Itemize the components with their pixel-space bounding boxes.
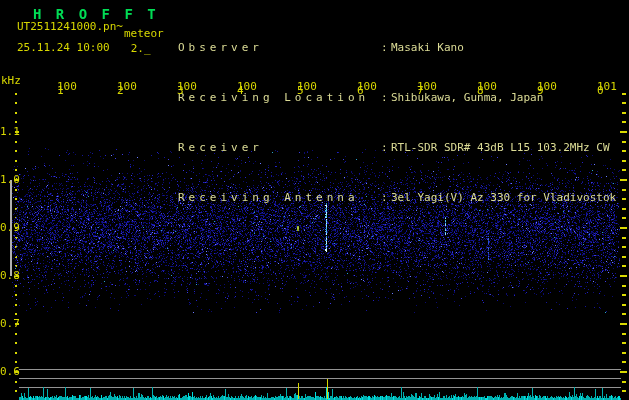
- x-tick-label: 1009: [537, 81, 544, 92]
- x-tick-label: 1004: [237, 81, 244, 92]
- station-value: Masaki Kano: [391, 42, 464, 54]
- station-label: Receiver: [178, 142, 381, 154]
- station-value: RTL-SDR SDR# 43dB L15 103.2MHz CW: [391, 142, 610, 154]
- y-axis-unit-label: kHz: [1, 74, 21, 87]
- y-tick-label: 1.1: [0, 126, 20, 137]
- station-value: 3el Yagi(V) Az 330 for Vladivostok: [391, 192, 616, 204]
- station-row: Observer:Masaki Kano: [178, 42, 628, 54]
- filename: UT2511241000.pn~: [17, 20, 123, 33]
- station-colon: :: [381, 42, 391, 54]
- datetime: 25.11.24 10:00: [17, 41, 110, 54]
- station-row: Receiver:RTL-SDR SDR# 43dB L15 103.2MHz …: [178, 142, 628, 154]
- hrofft-screen: H R O F F T UT2511241000.pn~meteor 25.11…: [0, 0, 629, 400]
- date-line: 25.11.24 10:002._: [17, 41, 151, 54]
- y-tick-label: 0.7: [0, 318, 20, 329]
- x-tick-label: 1010: [597, 81, 604, 92]
- station-label: Observer: [178, 42, 381, 54]
- station-colon: :: [381, 92, 391, 104]
- x-tick-label: 1008: [477, 81, 484, 92]
- station-label: Receiving Antenna: [178, 192, 381, 204]
- x-tick-label: 1005: [297, 81, 304, 92]
- station-colon: :: [381, 142, 391, 154]
- mode-label: meteor: [124, 27, 164, 40]
- station-info: Observer:Masaki Kano Receiving Location:…: [178, 4, 628, 242]
- station-row: Receiving Antenna:3el Yagi(V) Az 330 for…: [178, 192, 628, 204]
- y-tick-label: 0.8: [0, 270, 20, 281]
- x-tick-label: 1006: [357, 81, 364, 92]
- x-tick-label: 1007: [417, 81, 424, 92]
- station-colon: :: [381, 192, 391, 204]
- station-row: Receiving Location:Shibukawa, Gunma, Jap…: [178, 92, 628, 104]
- x-tick-label: 1003: [177, 81, 184, 92]
- station-label: Receiving Location: [178, 92, 381, 104]
- y-tick-label: 0.9: [0, 222, 20, 233]
- file-line: UT2511241000.pn~meteor: [17, 20, 163, 33]
- y-tick-label: 0.6: [0, 366, 20, 377]
- station-value: Shibukawa, Gunma, Japan: [391, 92, 543, 104]
- y-tick-label: 1.0: [0, 174, 20, 185]
- x-tick-label: 1002: [117, 81, 124, 92]
- frame-counter: 2._: [131, 42, 151, 55]
- x-tick-label: 1001: [57, 81, 64, 92]
